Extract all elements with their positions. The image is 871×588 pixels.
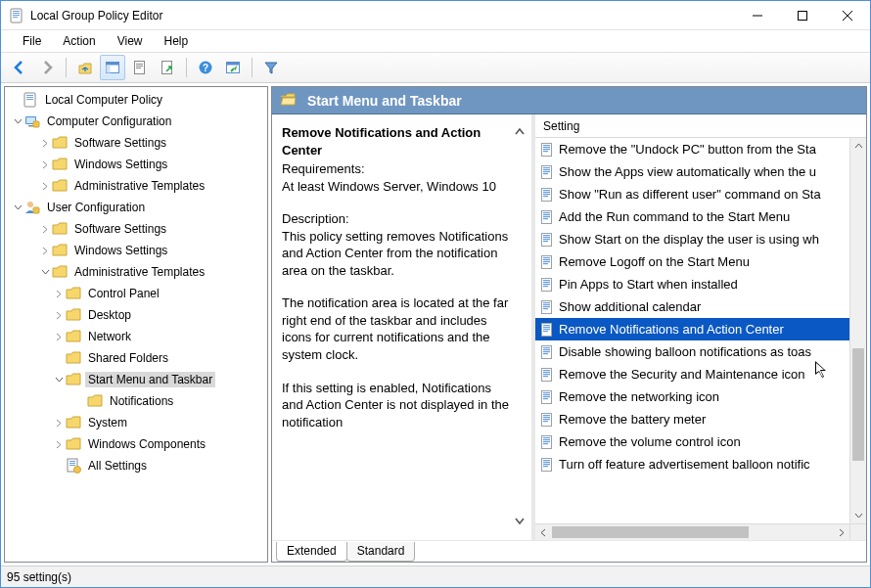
description-label: Description: <box>282 210 512 228</box>
setting-row[interactable]: Add the Run command to the Start Menu <box>535 205 849 228</box>
close-button[interactable] <box>825 1 870 29</box>
settings-column-header[interactable]: Setting <box>535 114 866 138</box>
setting-label: Show additional calendar <box>559 299 701 314</box>
setting-icon <box>539 344 555 360</box>
folder-icon <box>52 221 68 237</box>
setting-row[interactable]: Remove the Security and Maintenance icon <box>535 363 849 385</box>
chevron-right-icon[interactable] <box>38 136 52 150</box>
chevron-down-icon[interactable] <box>11 114 24 128</box>
settings-list[interactable]: Remove the "Undock PC" button from the S… <box>535 138 849 523</box>
tree-node-cc-windows[interactable]: Windows Settings <box>7 154 267 175</box>
description-scrollbar[interactable] <box>512 124 527 530</box>
scroll-left-icon[interactable] <box>535 524 552 540</box>
tree-node-start-menu[interactable]: Start Menu and Taskbar <box>7 369 267 390</box>
setting-row[interactable]: Turn off feature advertisement balloon n… <box>535 453 849 475</box>
scroll-down-icon[interactable] <box>850 507 866 523</box>
tree-node-uc-windows[interactable]: Windows Settings <box>7 240 267 261</box>
horizontal-scrollbar[interactable] <box>535 523 866 540</box>
chevron-right-icon[interactable] <box>52 287 66 300</box>
help-button[interactable]: ? <box>193 55 218 80</box>
setting-label: Remove the "Undock PC" button from the S… <box>559 142 816 157</box>
tree-node-shared-folders[interactable]: Shared Folders <box>7 347 267 369</box>
forward-button[interactable] <box>34 55 60 80</box>
setting-row[interactable]: Remove the "Undock PC" button from the S… <box>535 138 849 160</box>
svg-rect-41 <box>543 151 548 152</box>
folder-icon <box>66 286 81 301</box>
export-button[interactable] <box>155 55 180 80</box>
vertical-scrollbar[interactable] <box>849 138 866 523</box>
up-level-button[interactable] <box>72 55 98 80</box>
chevron-right-icon[interactable] <box>52 437 66 451</box>
chevron-right-icon[interactable] <box>52 416 66 430</box>
tree-node-network[interactable]: Network <box>7 326 267 347</box>
chevron-right-icon[interactable] <box>38 244 52 257</box>
setting-row[interactable]: Pin Apps to Start when installed <box>535 273 849 295</box>
setting-row[interactable]: Disable showing balloon notifications as… <box>535 340 849 363</box>
tree-node-cc-software[interactable]: Software Settings <box>7 132 267 154</box>
tab-extended[interactable]: Extended <box>276 542 347 562</box>
scroll-up-icon[interactable] <box>515 124 525 142</box>
menu-view[interactable]: View <box>108 32 153 50</box>
setting-row[interactable]: Remove the networking icon <box>535 385 849 408</box>
tree-node-uc-admin[interactable]: Administrative Templates <box>7 261 267 283</box>
tree-node-all-settings[interactable]: All Settings <box>7 455 267 476</box>
setting-row[interactable]: Remove Logoff on the Start Menu <box>535 250 849 273</box>
maximize-button[interactable] <box>780 1 825 29</box>
scroll-right-icon[interactable] <box>833 524 849 540</box>
back-button[interactable] <box>7 55 32 80</box>
user-icon <box>24 200 40 215</box>
setting-row[interactable]: Show additional calendar <box>535 295 849 318</box>
minimize-button[interactable] <box>735 1 780 29</box>
tree-panel[interactable]: Local Computer Policy Computer Configura… <box>4 86 268 563</box>
scroll-thumb[interactable] <box>552 526 749 538</box>
svg-rect-89 <box>543 372 550 373</box>
tree-node-notifications[interactable]: Notifications <box>7 390 267 412</box>
setting-row[interactable]: Remove Notifications and Action Center <box>535 318 849 340</box>
tree-node-desktop[interactable]: Desktop <box>7 304 267 326</box>
menu-file[interactable]: File <box>13 32 51 50</box>
svg-rect-53 <box>543 212 550 213</box>
setting-row[interactable]: Show "Run as different user" command on … <box>535 183 849 205</box>
svg-rect-50 <box>543 194 550 195</box>
twisty-icon[interactable] <box>9 93 23 107</box>
tree-node-control-panel[interactable]: Control Panel <box>7 283 267 304</box>
chevron-down-icon[interactable] <box>52 373 66 386</box>
chevron-down-icon[interactable] <box>38 265 52 279</box>
chevron-right-icon[interactable] <box>52 308 66 322</box>
setting-row[interactable]: Show the Apps view automatically when th… <box>535 160 849 183</box>
tab-standard[interactable]: Standard <box>346 542 416 562</box>
tree-node-system[interactable]: System <box>7 412 267 433</box>
svg-rect-81 <box>543 331 548 332</box>
setting-row[interactable]: Remove the volume control icon <box>535 430 849 453</box>
chevron-right-icon[interactable] <box>52 330 66 343</box>
scroll-thumb[interactable] <box>852 348 864 461</box>
setting-label: Show Start on the display the user is us… <box>559 232 819 247</box>
scroll-up-icon[interactable] <box>850 138 866 155</box>
filter-button[interactable] <box>258 55 284 80</box>
tree-label: Notifications <box>107 393 176 409</box>
menu-help[interactable]: Help <box>155 32 199 50</box>
setting-row[interactable]: Show Start on the display the user is us… <box>535 228 849 250</box>
scroll-down-icon[interactable] <box>515 513 525 530</box>
description-text-1: This policy setting removes Notification… <box>282 228 512 280</box>
details-panel: Start Menu and Taskbar Remove Notificati… <box>271 86 867 563</box>
properties-button[interactable] <box>127 55 153 80</box>
tree-node-cc-admin[interactable]: Administrative Templates <box>7 175 267 197</box>
tree-node-computer-config[interactable]: Computer Configuration <box>7 111 267 132</box>
tree-node-uc-software[interactable]: Software Settings <box>7 218 267 240</box>
tree-label: Software Settings <box>71 221 169 237</box>
tree-node-windows-components[interactable]: Windows Components <box>7 433 267 455</box>
svg-rect-76 <box>543 308 548 309</box>
chevron-right-icon[interactable] <box>38 222 52 236</box>
tree-node-root[interactable]: Local Computer Policy <box>7 89 267 111</box>
chevron-right-icon[interactable] <box>38 179 52 193</box>
filter-options-button[interactable] <box>220 55 246 80</box>
setting-row[interactable]: Remove the battery meter <box>535 408 849 430</box>
chevron-right-icon[interactable] <box>38 158 52 171</box>
setting-label: Remove the battery meter <box>559 412 706 427</box>
show-hide-tree-button[interactable] <box>100 55 125 80</box>
menu-action[interactable]: Action <box>53 32 105 50</box>
tree-node-user-config[interactable]: User Configuration <box>7 197 267 218</box>
chevron-down-icon[interactable] <box>11 201 24 214</box>
setting-icon <box>539 164 555 180</box>
